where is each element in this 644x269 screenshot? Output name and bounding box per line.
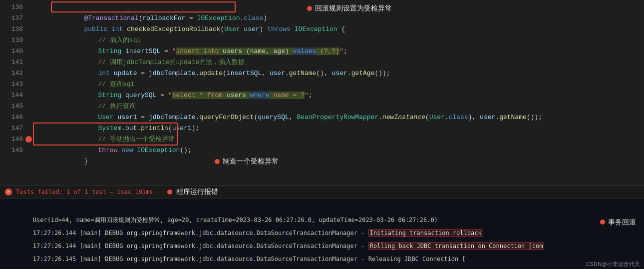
red-box-136 [51,2,236,12]
callout-create-exception: 制造一个受检异常 [215,157,279,166]
ln-137: @ 137 [2,13,23,24]
breakpoint-148 [25,136,32,142]
callout-dot-rollback [600,220,605,224]
callout-rollback-rule: 回滚规则设置为受检异常 [307,4,392,13]
log-line-2: 17:27:26.144 [main] DEBUG org.springfram… [4,214,640,226]
ln-148: 148 [2,134,23,145]
code-line-137: public int checkedExceptionRollback(User… [33,13,644,24]
code-line-146: System.out.println(user1); [33,112,644,123]
ln-142: 142 [2,68,23,79]
test-fail-text: Tests failed: 1 of 1 test – 1sec 191ms [16,188,153,196]
log-line-1: User(id=44, name=调用回滚规则为受检异常, age=29, cr… [4,200,640,214]
log-line-3: 17:27:26.144 [main] DEBUG org.springfram… [4,226,640,240]
ln-143: 143 [2,79,23,90]
code-line-142: // 查询sql [33,68,644,79]
test-bar: ✕ Tests failed: 1 of 1 test – 1sec 191ms… [0,186,644,198]
ln-139: 139 [2,35,23,46]
code-line-144: // 执行查询 [33,90,644,101]
test-callout-label: 程序运行报错 [176,188,218,196]
line-numbers: 136 @ 137 138 139 140 141 142 143 144 14… [0,0,28,185]
log-lines: User(id=44, name=调用回滚规则为受检异常, age=29, cr… [0,198,644,254]
watermark: CSDN@小李运营代天 [586,260,640,268]
callout-text-1: 回滚规则设置为受检异常 [315,4,392,13]
ln-141: 141 [2,57,23,68]
code-line-138: // 插入的sql [33,24,644,35]
code-line-149: } [33,145,644,156]
log-line-4: 17:27:26.145 [main] DEBUG org.springfram… [4,240,640,252]
bottom-panel: ✕ Tests failed: 1 of 1 test – 1sec 191ms… [0,185,644,269]
code-line-145: User user1 = jdbcTemplate.queryForObject… [33,101,644,112]
code-line-141: int update = jdbcTemplate.update(insertS… [33,57,644,68]
code-content: @Transactional(rollbackFor = IOException… [28,0,644,185]
ln-145: 145 [2,101,23,112]
code-line-139: String insertSQL = "insert into users (n… [33,35,644,46]
test-fail-icon: ✕ [5,188,12,196]
ln-140: 140 [2,46,23,57]
ln-144: 144 [2,90,23,101]
callout-dot-2 [215,159,220,164]
ln-147: 147 [2,123,23,134]
code-line-148: throw new IOException(); [33,134,644,145]
callout-dot-1 [307,6,312,11]
ln-138: 138 [2,24,23,35]
ln-136: 136 [2,2,23,13]
main-container: 136 @ 137 138 139 140 141 142 143 144 14… [0,0,644,269]
editor-area: 136 @ 137 138 139 140 141 142 143 144 14… [0,0,644,185]
callout-text-2: 制造一个受检异常 [223,157,279,166]
code-line-140: // 调用jdbcTemplate的update方法，插入数据 [33,46,644,57]
code-line-147: // 手动抛出一个受检异常 [33,123,644,134]
test-callout-dot [167,190,172,194]
code-line-143: String querySQL = "select * from users w… [33,79,644,90]
ln-149: 149 [2,145,23,156]
ln-146: 146 [2,112,23,123]
